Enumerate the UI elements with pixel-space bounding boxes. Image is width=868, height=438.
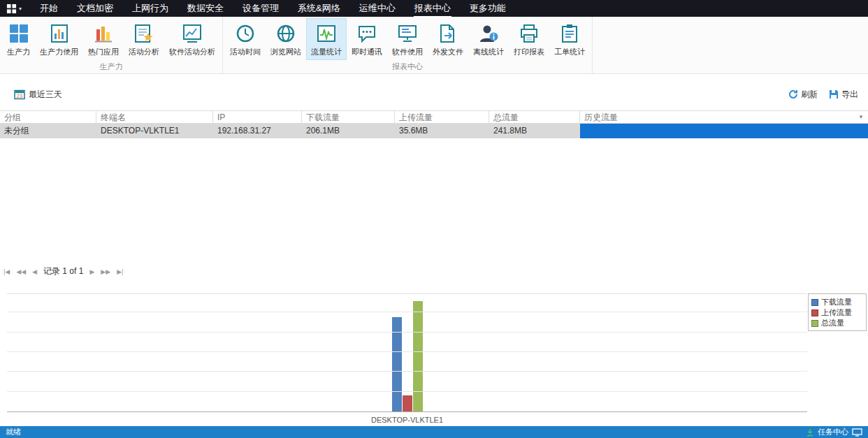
traffic-chart: 下载流量上传流量总流量 DESKTOP-VLKTLE1 <box>0 293 868 428</box>
ribbon-button-label: 活动分析 <box>129 47 159 57</box>
printer-icon <box>519 23 540 44</box>
cell-terminal: DESKTOP-VLKTLE1 <box>96 124 213 138</box>
ribbon-button-activity-time[interactable]: 活动时间 <box>225 18 266 60</box>
menu-item-start[interactable]: 开始 <box>39 0 59 17</box>
chart-plot <box>7 293 807 412</box>
last-page-button[interactable]: ▶| <box>117 268 123 275</box>
ribbon-group-label: 报表中心 <box>225 61 590 74</box>
menu-item-more[interactable]: 更多功能 <box>469 0 507 17</box>
ribbon-button-offline-stats[interactable]: 离线统计 <box>468 18 509 60</box>
ribbon-button-hot-apps[interactable]: 热门应用 <box>83 18 124 60</box>
colored-bar-chart-icon <box>93 23 114 44</box>
ribbon-button-software-usage[interactable]: 软件使用 <box>387 18 428 60</box>
legend-label: 上传流量 <box>821 307 852 318</box>
column-filter-arrow-icon[interactable]: ▼ <box>858 111 864 124</box>
ribbon-button-label: 活动时间 <box>230 47 261 57</box>
pagination: |◀ ◀◀ ◀ 记录 1 of 1 ▶ ▶▶ ▶| <box>3 265 123 277</box>
ribbon-button-instant-messaging[interactable]: 即时通讯 <box>347 18 387 60</box>
menu-item-doc-encryption[interactable]: 文档加密 <box>76 0 114 17</box>
export-label: 导出 <box>841 89 858 101</box>
person-info-icon <box>478 23 499 44</box>
legend-item: 上传流量 <box>811 307 863 318</box>
status-bar: 就绪 任务中心 <box>0 426 868 438</box>
prev-page-button[interactable]: ◀ <box>32 268 37 275</box>
ribbon-button-software-activity-analysis[interactable]: 软件活动分析 <box>164 18 220 60</box>
ribbon-button-browse-websites[interactable]: 浏览网站 <box>266 18 306 60</box>
ribbon-button-print-reports[interactable]: 打印报表 <box>509 18 549 60</box>
clipboard-icon <box>559 23 580 44</box>
ribbon-button-traffic-stats[interactable]: 流量统计 <box>306 18 347 60</box>
menu-item-report-center[interactable]: 报表中心 <box>414 0 451 17</box>
monitor-icon <box>397 23 418 44</box>
ribbon-button-outgoing-files[interactable]: 外发文件 <box>428 18 468 60</box>
ribbon-button-productivity[interactable]: 生产力 <box>2 18 35 60</box>
cell-upload: 35.6MB <box>395 124 489 138</box>
date-range-label: 最近三天 <box>29 89 62 101</box>
column-header-upload[interactable]: 上传流量 <box>395 111 489 123</box>
legend-label: 总流量 <box>821 318 844 328</box>
column-header-group[interactable]: 分组 <box>0 111 96 123</box>
legend-item: 总流量 <box>811 318 863 328</box>
date-range-filter[interactable]: 23 最近三天 <box>14 89 62 101</box>
line-chart-document-icon <box>182 23 203 44</box>
chart-gridline <box>7 312 807 312</box>
blue-grid-icon <box>8 23 29 44</box>
table-header: 分组 终端名 IP 下载流量 上传流量 总流量 历史流量 ▼ <box>0 110 868 124</box>
column-header-total[interactable]: 总流量 <box>489 111 580 123</box>
chart-category-label: DESKTOP-VLKTLE1 <box>7 416 807 424</box>
ribbon-group-label: 生产力 <box>2 61 220 74</box>
ribbon-button-label: 工单统计 <box>554 47 585 57</box>
chart-legend: 下载流量上传流量总流量 <box>808 293 867 331</box>
menu-item-device-management[interactable]: 设备管理 <box>242 0 280 17</box>
ribbon-button-label: 打印报表 <box>514 47 544 57</box>
bar-上传流量 <box>403 395 412 411</box>
traffic-table: 分组 终端名 IP 下载流量 上传流量 总流量 历史流量 ▼ 未分组 DESKT… <box>0 110 868 138</box>
column-header-download[interactable]: 下载流量 <box>302 111 395 123</box>
column-header-terminal[interactable]: 终端名 <box>96 111 213 123</box>
cell-group: 未分组 <box>0 124 96 138</box>
legend-swatch <box>811 309 818 316</box>
ribbon-button-activity-analysis[interactable]: 活动分析 <box>124 18 164 60</box>
task-center-button[interactable]: 任务中心 <box>818 427 848 437</box>
ribbon-button-work-order-stats[interactable]: 工单统计 <box>549 18 590 60</box>
menu-item-data-security[interactable]: 数据安全 <box>187 0 224 17</box>
legend-swatch <box>811 320 818 327</box>
menu-item-internet-behavior[interactable]: 上网行为 <box>131 0 169 17</box>
menu-item-system-network[interactable]: 系统&网络 <box>297 0 341 17</box>
column-header-ip[interactable]: IP <box>213 111 302 123</box>
ribbon-button-productivity-usage[interactable]: 生产力使用 <box>35 18 83 60</box>
column-header-history[interactable]: 历史流量 ▼ <box>580 111 868 123</box>
cell-total: 241.8MB <box>489 124 580 138</box>
app-grid-icon <box>6 3 17 14</box>
file-export-icon <box>437 23 458 44</box>
status-bar-right: 任务中心 <box>806 427 862 437</box>
app-menu-button[interactable]: ▾ <box>0 0 28 17</box>
export-button[interactable]: 导出 <box>829 89 858 101</box>
first-page-button[interactable]: |◀ <box>3 268 10 275</box>
status-monitor-icon[interactable] <box>852 428 862 437</box>
refresh-button[interactable]: 刷新 <box>788 89 818 101</box>
menu-bar: ▾ 开始 文档加密 上网行为 数据安全 设备管理 系统&网络 运维中心 报表中心… <box>0 0 868 17</box>
filter-toolbar: 23 最近三天 刷新 导出 <box>0 85 868 103</box>
next-page-button[interactable]: ▶ <box>89 268 94 275</box>
menu-item-ops-center[interactable]: 运维中心 <box>359 0 396 17</box>
record-count-label: 记录 1 of 1 <box>43 265 83 277</box>
bar-chart-document-icon <box>49 23 70 44</box>
caret-down-icon: ▾ <box>19 6 22 12</box>
table-actions: 刷新 导出 <box>788 89 858 101</box>
calendar-icon: 23 <box>14 89 25 100</box>
status-text: 就绪 <box>6 427 21 437</box>
fast-next-button[interactable]: ▶▶ <box>101 268 110 275</box>
bar-group <box>392 301 423 411</box>
cell-download: 206.1MB <box>302 124 395 138</box>
legend-item: 下载流量 <box>811 297 863 307</box>
ribbon-button-label: 生产力使用 <box>40 47 78 57</box>
waveform-chart-icon <box>316 23 337 44</box>
chat-bubble-icon <box>356 23 377 44</box>
table-row[interactable]: 未分组 DESKTOP-VLKTLE1 192.168.31.27 206.1M… <box>0 124 868 138</box>
bar-总流量 <box>413 301 423 411</box>
chart-gridline <box>7 371 807 372</box>
clock-icon <box>235 23 256 44</box>
fast-prev-button[interactable]: ◀◀ <box>16 268 26 275</box>
refresh-label: 刷新 <box>801 89 818 101</box>
